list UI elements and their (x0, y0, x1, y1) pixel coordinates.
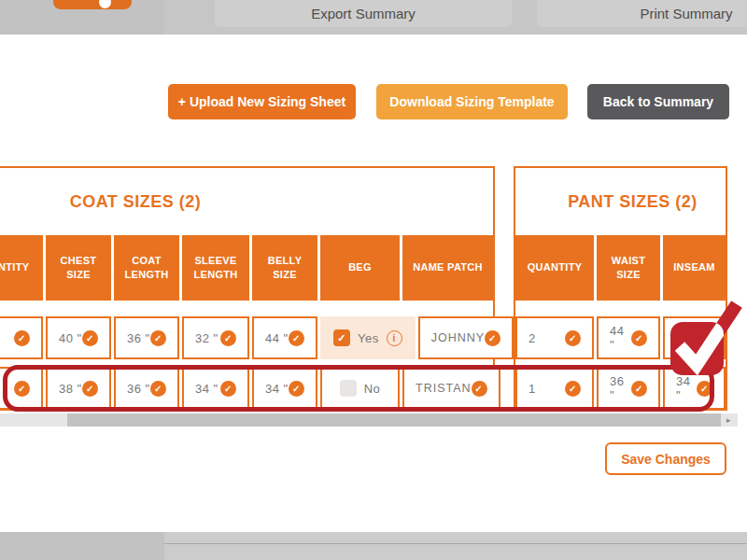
valid-check-icon (82, 330, 98, 346)
coat-header-chest-size: CHEST SIZE (46, 235, 111, 301)
belly-size-cell[interactable]: 44 " (252, 316, 317, 359)
pant-header-quantity: QUANTITY (515, 235, 594, 301)
coat-quantity-cell[interactable] (0, 316, 43, 359)
background-divider-line (164, 543, 747, 544)
coat-row-1: 40 " 36 " 32 " 44 " Yes (0, 316, 493, 359)
sleeve-length-cell[interactable]: 34 " (182, 367, 249, 410)
coat-header-quantity: QUANTITY (0, 235, 43, 301)
valid-check-icon (631, 381, 647, 397)
coat-sizes-table: COAT SIZES (2) QUANTITY CHEST SIZE COAT … (0, 166, 495, 411)
valid-check-icon (220, 330, 236, 346)
coat-length-cell[interactable]: 36 " (114, 316, 179, 359)
waist-size-cell[interactable]: 44 " (597, 316, 660, 359)
valid-check-icon (565, 330, 581, 346)
chest-size-cell[interactable]: 38 " (46, 367, 111, 410)
valid-check-icon (14, 330, 30, 346)
coat-table-title: COAT SIZES (2) (0, 168, 493, 235)
partial-orange-toggle[interactable] (53, 0, 132, 9)
valid-check-icon (565, 381, 581, 397)
belly-size-cell[interactable]: 34 " (252, 367, 317, 410)
coat-header-sleeve-length: SLEEVE LENGTH (182, 235, 249, 301)
coat-header-beg: BEG (320, 235, 400, 301)
background-sidebar-bottom (0, 532, 164, 560)
top-tab-bar: Export Summary Print Summary (0, 0, 747, 35)
scrollbar-right-arrow-icon[interactable] (726, 413, 731, 427)
info-icon[interactable] (387, 330, 402, 346)
beg-cell: Yes (320, 316, 416, 359)
toggle-knob-icon (99, 0, 111, 8)
pant-quantity-cell[interactable]: 2 (515, 316, 594, 359)
scrollbar-thumb[interactable] (67, 413, 721, 427)
beg-checkbox[interactable] (333, 329, 350, 346)
pant-header-waist-size: WAIST SIZE (597, 235, 660, 301)
tab-print-summary[interactable]: Print Summary (537, 0, 747, 27)
download-sizing-template-button[interactable]: Download Sizing Template (376, 84, 568, 119)
valid-check-icon (485, 330, 500, 346)
coat-header-name-patch: NAME PATCH (402, 235, 493, 301)
valid-check-icon (289, 330, 304, 346)
coat-row-2: 38 " 36 " 34 " 34 " No (0, 367, 493, 410)
valid-check-icon (289, 381, 304, 397)
coat-quantity-cell[interactable] (0, 367, 43, 410)
beg-checkbox[interactable] (340, 380, 357, 397)
sleeve-length-cell[interactable]: 32 " (182, 316, 249, 359)
pant-header-inseam: INSEAM (663, 235, 726, 301)
valid-check-icon (150, 330, 166, 346)
waist-size-cell[interactable]: 36 " (597, 367, 660, 410)
tab-export-summary[interactable]: Export Summary (215, 0, 512, 27)
pant-table-title: PANT SIZES (2) (515, 168, 726, 235)
red-checkmark-logo-icon (665, 295, 743, 379)
coat-header-row: QUANTITY CHEST SIZE COAT LENGTH SLEEVE L… (0, 235, 493, 301)
valid-check-icon (150, 381, 166, 397)
valid-check-icon (697, 381, 712, 397)
valid-check-icon (14, 381, 30, 397)
pant-quantity-cell[interactable]: 1 (515, 367, 594, 410)
coat-table-body: 40 " 36 " 32 " 44 " Yes (0, 301, 493, 410)
valid-check-icon (82, 381, 98, 397)
name-patch-cell[interactable]: JOHNNY (418, 316, 514, 359)
valid-check-icon (631, 330, 647, 346)
chest-size-cell[interactable]: 40 " (46, 316, 111, 359)
upload-sizing-sheet-button[interactable]: + Upload New Sizing Sheet (168, 84, 356, 119)
valid-check-icon (220, 381, 236, 397)
valid-check-icon (472, 381, 487, 397)
coat-header-belly-size: BELLY SIZE (252, 235, 317, 301)
save-changes-button[interactable]: Save Changes (605, 442, 726, 475)
beg-cell: No (320, 367, 400, 410)
sizing-sheet-page: Export Summary Print Summary + Upload Ne… (0, 0, 747, 560)
back-to-summary-button[interactable]: Back to Summary (587, 84, 729, 119)
pant-header-row: QUANTITY WAIST SIZE INSEAM (515, 235, 726, 301)
name-patch-cell[interactable]: TRISTAN (402, 367, 500, 410)
horizontal-scrollbar[interactable] (0, 413, 738, 427)
coat-header-coat-length: COAT LENGTH (114, 235, 179, 301)
coat-length-cell[interactable]: 36 " (114, 367, 179, 410)
